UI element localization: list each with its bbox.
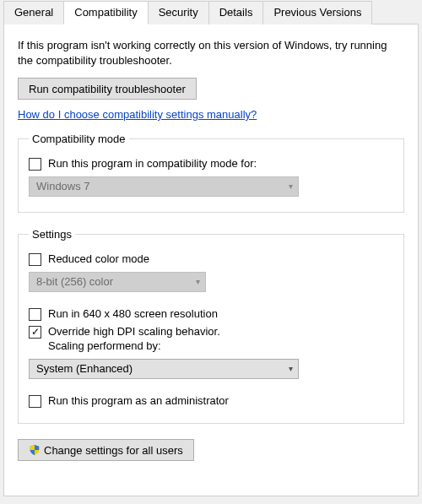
dpi-scaling-select[interactable]: System (Enhanced) ▾ (29, 359, 299, 379)
run-troubleshooter-label: Run compatibility troubleshooter (29, 83, 186, 95)
compat-mode-label: Run this program in compatibility mode f… (48, 157, 257, 171)
low-res-checkbox[interactable] (29, 308, 41, 321)
compat-mode-checkbox[interactable] (29, 158, 41, 171)
tab-strip: General Compatibility Security Details P… (0, 1, 422, 24)
reduced-color-select-value: 8-bit (256) color (36, 275, 113, 288)
tab-previous-versions[interactable]: Previous Versions (262, 1, 372, 24)
help-link[interactable]: How do I choose compatibility settings m… (18, 108, 257, 121)
dpi-scaling-select-value: System (Enhanced) (36, 362, 133, 375)
run-troubleshooter-button[interactable]: Run compatibility troubleshooter (18, 78, 197, 100)
shield-icon (29, 444, 41, 456)
compat-mode-select-value: Windows 7 (36, 180, 90, 192)
run-as-admin-checkbox[interactable] (29, 395, 41, 408)
properties-dialog: General Compatibility Security Details P… (0, 0, 422, 504)
tab-compatibility[interactable]: Compatibility (63, 1, 148, 24)
settings-group: Settings Reduced color mode 8-bit (256) … (18, 228, 404, 424)
dpi-override-line2: Scaling performend by: (48, 339, 161, 352)
compatibility-mode-legend: Compatibility mode (29, 133, 129, 145)
dpi-override-checkbox[interactable] (29, 326, 41, 339)
run-as-admin-label: Run this program as an administrator (48, 394, 229, 409)
settings-legend: Settings (29, 228, 75, 241)
tab-security[interactable]: Security (148, 1, 209, 24)
dpi-override-label: Override high DPI scaling behavior. Scal… (48, 325, 220, 354)
intro-text: If this program isn't working correctly … (18, 38, 404, 68)
reduced-color-checkbox[interactable] (29, 253, 41, 266)
dpi-override-line1: Override high DPI scaling behavior. (48, 325, 220, 338)
low-res-label: Run in 640 x 480 screen resolution (48, 307, 218, 322)
chevron-down-icon: ▾ (196, 277, 200, 286)
tab-general[interactable]: General (3, 1, 64, 24)
tab-details[interactable]: Details (208, 1, 264, 24)
chevron-down-icon: ▾ (289, 364, 293, 373)
compatibility-panel: If this program isn't working correctly … (3, 24, 419, 496)
compatibility-mode-group: Compatibility mode Run this program in c… (18, 133, 404, 213)
change-settings-all-users-label: Change settings for all users (44, 444, 183, 457)
reduced-color-label: Reduced color mode (48, 252, 149, 267)
change-settings-all-users-button[interactable]: Change settings for all users (18, 439, 194, 461)
reduced-color-select[interactable]: 8-bit (256) color ▾ (29, 272, 206, 292)
compat-mode-select[interactable]: Windows 7 ▾ (29, 176, 299, 197)
chevron-down-icon: ▾ (289, 182, 293, 191)
